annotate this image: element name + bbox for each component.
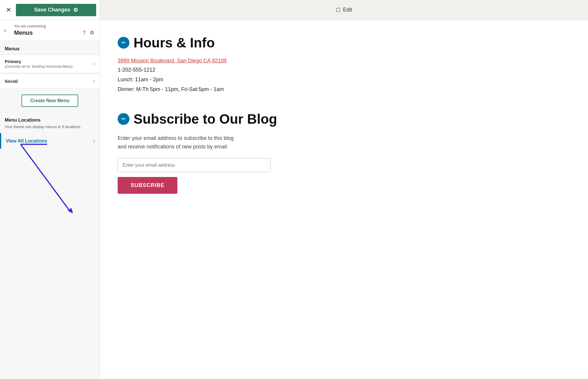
email-input[interactable] [118, 158, 271, 172]
lunch-text: Lunch: 11am - 2pm [118, 75, 570, 84]
sidebar: ✕ Save Changes ⚙ ‹ You are customizing M… [0, 0, 100, 379]
content-area: ✏ Hours & Info 3999 Mission Boulevard, S… [100, 20, 588, 379]
subscribe-icon-circle: ✏ [118, 113, 129, 125]
back-button[interactable]: ‹ [3, 25, 7, 35]
subscribe-heading: Subscribe to Our Blog [134, 111, 277, 127]
social-menu-title: Social [5, 79, 18, 84]
hours-info-section: ✏ Hours & Info 3999 Mission Boulevard, S… [118, 35, 570, 93]
primary-menu-title: Primary [5, 59, 73, 64]
primary-menu-subtitle: (Currently set to: Desktop Horizontal Me… [5, 64, 73, 69]
settings-icon-button[interactable]: ⚙ [89, 29, 95, 37]
phone-text: 1-202-555-1212 [118, 66, 570, 74]
social-menu-item[interactable]: Social › [0, 74, 100, 89]
address-line1: 3999 Mission Boulevard, [118, 58, 176, 64]
menu-locations-section: Menu Locations Your theme can display me… [0, 112, 100, 131]
menus-section-label: Menus [0, 41, 100, 54]
chevron-right-icon-social: › [93, 78, 95, 84]
help-icon-button[interactable]: ? [82, 29, 86, 37]
view-all-locations-label: View All Locations [6, 138, 47, 144]
subscribe-section: ✏ Subscribe to Our Blog Enter your email… [118, 111, 570, 194]
subscribe-heading-row: ✏ Subscribe to Our Blog [118, 111, 570, 127]
gear-icon: ⚙ [73, 7, 78, 13]
subscribe-button[interactable]: SUBSCRIBE [118, 177, 177, 194]
close-button[interactable]: ✕ [4, 5, 14, 15]
chevron-right-blue-icon: › [93, 138, 95, 144]
social-menu-text: Social [5, 79, 18, 84]
top-edit-bar: ☐ Edit [100, 0, 588, 20]
chevron-right-icon: › [93, 61, 95, 67]
save-changes-label: Save Changes [34, 7, 70, 13]
header-title: Menus [14, 29, 33, 36]
hours-pencil-icon: ✏ [121, 39, 126, 46]
sidebar-topbar: ✕ Save Changes ⚙ [0, 0, 100, 20]
svg-line-1 [21, 144, 71, 212]
address-line2: San Diego CA 92109 [177, 58, 226, 64]
address-link[interactable]: 3999 Mission Boulevard, San Diego CA 921… [118, 58, 570, 64]
header-icons: ? ⚙ [82, 29, 95, 37]
subscribe-desc: Enter your email address to subscribe to… [118, 134, 294, 151]
dinner-text: Dinner: M-Th 5pm - 11pm, Fri-Sat:5pm - 1… [118, 85, 570, 94]
create-new-menu-button[interactable]: Create New Menu [21, 95, 78, 107]
edit-link[interactable]: ☐ Edit [336, 7, 352, 13]
subscribe-desc-line2: and receive notifications of new posts b… [118, 144, 228, 150]
hours-heading: Hours & Info [134, 35, 215, 51]
hours-heading-row: ✏ Hours & Info [118, 35, 570, 51]
subscribe-desc-line1: Enter your email address to subscribe to… [118, 135, 234, 141]
edit-pencil-icon: ☐ [336, 7, 341, 13]
view-all-locations-item[interactable]: View All Locations › [0, 133, 100, 149]
customizing-label: You are customizing [14, 24, 95, 28]
create-new-menu-wrap: Create New Menu [0, 89, 100, 112]
svg-marker-2 [68, 208, 73, 214]
menu-locations-desc: Your theme can display menus in 6 locati… [5, 125, 95, 129]
primary-menu-text: Primary (Currently set to: Desktop Horiz… [5, 59, 73, 69]
annotation-arrow [18, 141, 82, 215]
header-title-row: Menus ? ⚙ [14, 29, 95, 37]
primary-menu-item[interactable]: Primary (Currently set to: Desktop Horiz… [0, 54, 100, 73]
edit-label: Edit [343, 7, 352, 13]
save-changes-button[interactable]: Save Changes ⚙ [16, 4, 96, 16]
sidebar-header: ‹ You are customizing Menus ? ⚙ [0, 20, 100, 41]
hours-icon-circle: ✏ [118, 37, 129, 49]
subscribe-pencil-icon: ✏ [121, 116, 126, 122]
menu-locations-title: Menu Locations [5, 117, 95, 123]
main-content: ☐ Edit ✏ Hours & Info 3999 Mission Boule… [100, 0, 588, 379]
